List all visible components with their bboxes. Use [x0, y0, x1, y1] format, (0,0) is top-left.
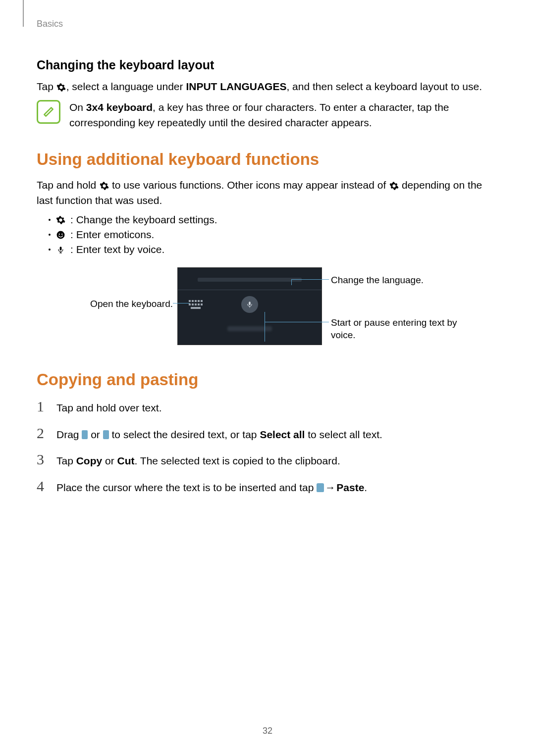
- gear-icon: [56, 82, 66, 92]
- heading-changing-keyboard-layout: Changing the keyboard layout: [37, 58, 498, 72]
- bullet-dot: [49, 249, 51, 251]
- text-input-languages: INPUT LANGUAGES: [186, 81, 286, 92]
- para-changing-layout: Tap , select a language under INPUT LANG…: [37, 79, 498, 94]
- step-number: 4: [37, 478, 48, 495]
- bullet-dot: [49, 234, 51, 236]
- text: : Enter emoticons.: [70, 229, 154, 241]
- page-content: Basics Changing the keyboard layout Tap …: [0, 0, 535, 495]
- text-paste: Paste: [336, 482, 364, 493]
- lead-line: [291, 279, 292, 285]
- step-text: Drag or to select the desired text, or t…: [56, 427, 382, 442]
- svg-rect-4: [189, 300, 191, 302]
- text: or: [88, 429, 103, 440]
- para-additional-intro: Tap and hold to use various functions. O…: [37, 178, 498, 208]
- svg-rect-3: [59, 247, 61, 251]
- microphone-icon: [55, 245, 65, 254]
- text: to use various functions. Other icons ma…: [109, 179, 389, 191]
- top-margin-rule: [23, 0, 24, 27]
- svg-rect-15: [249, 302, 251, 305]
- step-text: Place the cursor where the text is to be…: [56, 480, 367, 495]
- step-text: Tap Copy or Cut. The selected text is co…: [56, 454, 340, 468]
- svg-rect-8: [201, 300, 203, 302]
- svg-rect-7: [198, 300, 200, 302]
- running-header: Basics: [37, 19, 498, 29]
- bullet-voice: : Enter text by voice.: [37, 244, 498, 255]
- page-number: 32: [0, 726, 535, 736]
- voice-input-figure: Open the keyboard. Change the language. …: [37, 267, 498, 347]
- text: to select the desired text, or tap: [109, 429, 260, 440]
- text: .: [364, 482, 367, 493]
- heading-additional-functions: Using additional keyboard functions: [37, 150, 498, 169]
- keyboard-icon: [189, 300, 203, 309]
- step-4: 4 Place the cursor where the text is to …: [37, 478, 498, 495]
- text: , and then select a keyboard layout to u…: [286, 81, 482, 92]
- step-3: 3 Tap Copy or Cut. The selected text is …: [37, 451, 498, 468]
- bullet-emoticons: : Enter emoticons.: [37, 229, 498, 241]
- text-cut: Cut: [117, 455, 135, 466]
- text: Tap: [56, 455, 76, 466]
- step-number: 1: [37, 398, 48, 415]
- step-number: 2: [37, 425, 48, 442]
- text: . The selected text is copied to the cli…: [135, 455, 340, 466]
- lead-line: [265, 322, 329, 322]
- panel-mid-row: [178, 290, 321, 319]
- lead-line: [173, 303, 190, 303]
- step-1: 1 Tap and hold over text.: [37, 398, 498, 415]
- step-number: 3: [37, 451, 48, 468]
- mic-button: [241, 296, 258, 313]
- selection-handle-left-icon: [82, 430, 88, 439]
- gear-icon: [55, 215, 65, 225]
- selection-handle-right-icon: [103, 430, 109, 439]
- text: : Enter text by voice.: [70, 244, 164, 255]
- svg-point-0: [56, 231, 64, 239]
- panel-blur-text: [198, 278, 302, 282]
- callout-start-pause-voice: Start or pause entering text by voice.: [331, 317, 480, 341]
- step-2: 2 Drag or to select the desired text, or…: [37, 425, 498, 442]
- svg-rect-9: [189, 303, 191, 305]
- text: Tap and hold: [37, 179, 99, 191]
- note-text: On 3x4 keyboard, a key has three or four…: [69, 100, 498, 130]
- panel-blur-text: [227, 326, 272, 331]
- text: Tap: [37, 81, 56, 92]
- text: On: [69, 101, 86, 113]
- text: to select all text.: [305, 429, 382, 440]
- svg-rect-11: [195, 303, 197, 305]
- callout-change-language: Change the language.: [331, 274, 480, 287]
- text-3x4-keyboard: 3x4 keyboard: [86, 101, 153, 113]
- steps-list: 1 Tap and hold over text. 2 Drag or to s…: [37, 398, 498, 495]
- bullet-settings: : Change the keyboard settings.: [37, 214, 498, 226]
- clipboard-icon: [317, 483, 324, 492]
- text: Drag: [56, 429, 82, 440]
- bullet-list: : Change the keyboard settings. : Enter …: [37, 214, 498, 255]
- bullet-dot: [49, 219, 51, 221]
- lead-line: [291, 279, 329, 280]
- text: or: [102, 455, 117, 466]
- svg-rect-6: [195, 300, 197, 302]
- svg-rect-13: [201, 303, 203, 305]
- svg-rect-10: [192, 303, 194, 305]
- svg-rect-5: [192, 300, 194, 302]
- gear-icon: [389, 181, 399, 191]
- text: , select a language under: [66, 81, 186, 92]
- svg-point-2: [61, 233, 62, 234]
- text: Place the cursor where the text is to be…: [56, 482, 317, 493]
- text: : Change the keyboard settings.: [70, 214, 217, 226]
- step-text: Tap and hold over text.: [56, 401, 161, 415]
- svg-point-1: [58, 233, 59, 234]
- callout-open-keyboard: Open the keyboard.: [86, 298, 173, 310]
- smiley-icon: [55, 230, 65, 240]
- svg-rect-12: [198, 303, 200, 305]
- arrow-icon: →: [325, 480, 335, 495]
- heading-copying-pasting: Copying and pasting: [37, 370, 498, 389]
- note-block: On 3x4 keyboard, a key has three or four…: [37, 100, 498, 130]
- text-copy: Copy: [76, 455, 103, 466]
- text-select-all: Select all: [260, 429, 305, 440]
- gear-icon: [99, 181, 109, 191]
- svg-rect-14: [191, 307, 201, 309]
- lead-line: [265, 312, 265, 342]
- note-icon: [37, 100, 60, 124]
